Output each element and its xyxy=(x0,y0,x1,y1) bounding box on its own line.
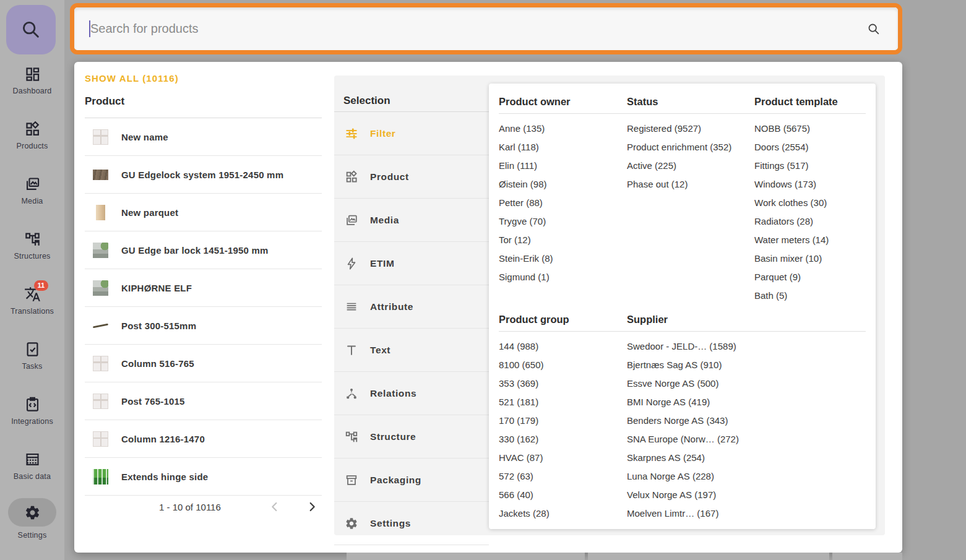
sidebar-item-structures[interactable]: Structures xyxy=(0,231,64,261)
sidebar-item-label: Translations xyxy=(11,307,54,316)
filter-value[interactable]: NOBB (5675) xyxy=(754,119,866,138)
product-list-item[interactable]: Column 516-765 xyxy=(85,345,322,382)
selection-item-attribute[interactable]: Attribute xyxy=(334,285,489,329)
search-input[interactable] xyxy=(74,7,898,50)
filter-value[interactable]: Petter (88) xyxy=(499,194,627,212)
filter-value[interactable]: Jackets (28) xyxy=(499,504,627,523)
search-icon[interactable] xyxy=(867,22,881,36)
sidebar-item-products[interactable]: Products xyxy=(0,121,64,150)
next-page-button[interactable] xyxy=(305,500,319,514)
filter-value[interactable]: Øistein (98) xyxy=(499,175,627,194)
filter-value[interactable]: BMI Norge AS (419) xyxy=(627,393,866,411)
filter-value[interactable]: 8100 (650) xyxy=(499,356,627,374)
product-name: New parquet xyxy=(121,207,178,218)
filter-value[interactable]: Active (225) xyxy=(627,157,754,175)
chevron-right-icon xyxy=(305,500,319,514)
selection-list: Filter Product Media ETIM Attribute xyxy=(334,111,489,545)
previous-page-button[interactable] xyxy=(268,500,282,514)
product-name: Post 300-515mm xyxy=(121,321,196,331)
sidebar-item-label: Basic data xyxy=(14,472,51,481)
product-list-item[interactable]: New name xyxy=(85,118,322,156)
filter-value[interactable]: 572 (63) xyxy=(499,467,627,486)
filter-value[interactable]: 144 (988) xyxy=(499,337,627,356)
filter-value[interactable]: Elin (111) xyxy=(499,157,627,175)
filter-value[interactable]: Bath (5) xyxy=(754,286,866,305)
sidebar-item-label: Products xyxy=(17,142,48,150)
sidebar-item-integrations[interactable]: Integrations xyxy=(0,396,64,426)
filter-value[interactable]: Stein-Erik (8) xyxy=(499,249,627,268)
filter-value[interactable]: Anne (135) xyxy=(499,119,627,138)
product-list-item[interactable]: Column 1216-1470 xyxy=(85,420,322,458)
selection-item-relations[interactable]: Relations xyxy=(334,372,489,415)
sidebar-item-translations[interactable]: 11 Translations xyxy=(0,286,64,316)
filter-value[interactable]: Fittings (517) xyxy=(754,157,866,175)
sidebar-item-media[interactable]: Media xyxy=(0,176,64,205)
product-list-item[interactable]: GU Edgelock system 1951-2450 mm xyxy=(85,156,322,194)
filter-value[interactable]: Benders Norge AS (343) xyxy=(627,411,866,430)
selection-item-packaging[interactable]: Packaging xyxy=(334,459,489,502)
filter-value[interactable]: Trygve (70) xyxy=(499,212,627,231)
filter-value[interactable]: Moelven Limtr… (167) xyxy=(627,504,866,523)
filter-value[interactable]: Windows (173) xyxy=(754,175,866,194)
selection-item-settings[interactable]: Settings xyxy=(334,502,489,545)
product-list-item[interactable]: Post 765-1015 xyxy=(85,382,322,420)
sidebar-item-tasks[interactable]: Tasks xyxy=(0,341,64,371)
filter-value[interactable]: Sigmund (1) xyxy=(499,268,627,286)
filter-value[interactable]: Skarpnes AS (254) xyxy=(627,449,866,467)
product-list-item[interactable]: Post 300-515mm xyxy=(85,307,322,345)
filter-value[interactable]: Basin mixer (10) xyxy=(754,249,866,268)
product-name: GU Edge bar lock 1451-1950 mm xyxy=(121,245,269,256)
show-all-link[interactable]: SHOW ALL (10116) xyxy=(85,73,179,84)
filter-value[interactable]: 330 (162) xyxy=(499,430,627,449)
filter-value[interactable]: Product enrichment (352) xyxy=(627,138,754,157)
selection-item-label: Settings xyxy=(370,518,411,529)
filter-value[interactable]: Luna Norge AS (228) xyxy=(627,467,866,486)
selection-item-text[interactable]: Text xyxy=(334,329,489,372)
filter-value[interactable]: Work clothes (30) xyxy=(754,194,866,212)
text-icon xyxy=(345,343,358,357)
filter-value[interactable]: Parquet (9) xyxy=(754,268,866,286)
structure-icon xyxy=(345,430,358,444)
selection-item-media[interactable]: Media xyxy=(334,199,489,242)
sidebar-search-button[interactable] xyxy=(6,5,56,54)
filter-value[interactable]: 521 (181) xyxy=(499,393,627,411)
filter-value[interactable]: Registered (9527) xyxy=(627,119,754,138)
filter-value[interactable]: SNA Europe (Norw… (272) xyxy=(627,430,866,449)
selection-item-etim[interactable]: ETIM xyxy=(334,242,489,285)
sidebar-item-settings[interactable]: Settings xyxy=(0,498,64,540)
sidebar-item-basic-data[interactable]: Basic data xyxy=(0,451,64,481)
sidebar-item-dashboard[interactable]: Dashboard xyxy=(0,66,64,95)
filter-value[interactable]: Velux Norge AS (197) xyxy=(627,486,866,504)
sidebar-item-label: Tasks xyxy=(22,362,43,371)
product-list-item[interactable]: KIPHØRNE ELF xyxy=(85,269,322,307)
filter-value[interactable]: Karl (118) xyxy=(499,138,627,157)
product-list-item[interactable]: GU Edge bar lock 1451-1950 mm xyxy=(85,231,322,269)
products-icon xyxy=(24,121,41,137)
lightning-icon xyxy=(345,257,358,270)
filter-value[interactable]: 353 (369) xyxy=(499,374,627,393)
filter-value[interactable]: Essve Norge AS (500) xyxy=(627,374,866,393)
product-thumbnail xyxy=(93,431,108,447)
filter-value[interactable]: Doors (2554) xyxy=(754,138,866,157)
selection-item-filter[interactable]: Filter xyxy=(334,112,489,155)
product-list-item[interactable]: New parquet xyxy=(85,194,322,231)
filter-values-product-template: NOBB (5675) Doors (2554) Fittings (517) … xyxy=(754,114,866,305)
filter-value[interactable]: Bjertnæs Sag AS (910) xyxy=(627,356,866,374)
filter-value[interactable]: HVAC (87) xyxy=(499,449,627,467)
selection-item-structure[interactable]: Structure xyxy=(334,415,489,459)
filter-value[interactable]: Swedoor - JELD-… (1589) xyxy=(627,337,866,356)
product-name: KIPHØRNE ELF xyxy=(121,283,192,293)
selection-item-label: Text xyxy=(370,345,390,356)
filter-value[interactable]: Radiators (28) xyxy=(754,212,866,231)
product-name: Extends hinge side xyxy=(121,472,208,482)
sidebar: Dashboard Products Media Structures 11 T… xyxy=(0,0,64,560)
filter-value[interactable]: 170 (179) xyxy=(499,411,627,430)
sidebar-item-label: Settings xyxy=(18,531,47,540)
selection-item-product[interactable]: Product xyxy=(334,155,489,199)
filter-value[interactable]: Tor (12) xyxy=(499,231,627,249)
filter-value[interactable]: 566 (40) xyxy=(499,486,627,504)
filter-value[interactable]: Water meters (14) xyxy=(754,231,866,249)
column-header-status: Status xyxy=(627,96,754,114)
column-header-product-owner: Product owner xyxy=(499,96,627,114)
filter-value[interactable]: Phase out (12) xyxy=(627,175,754,194)
